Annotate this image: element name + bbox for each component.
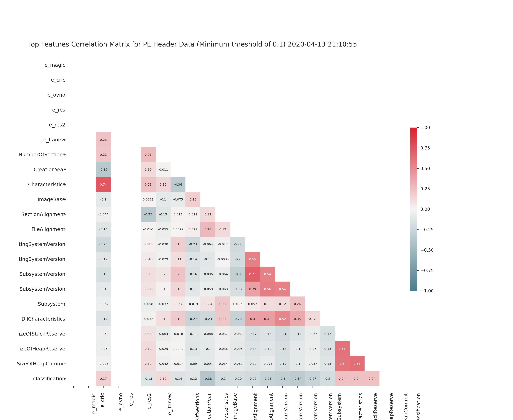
heatmap-cell: 0.0049 xyxy=(170,341,185,356)
cell-value: 0.21 xyxy=(215,302,230,306)
x-tick-label: StackReserve xyxy=(372,393,378,420)
heatmap-cell: 0.013 xyxy=(170,207,185,222)
heatmap-cell: 0.56 xyxy=(260,282,275,296)
cell-value: -0.13 xyxy=(320,362,335,366)
y-tick-label: e_lfanew xyxy=(43,137,65,143)
heatmap-cell: 0.22 xyxy=(96,147,111,162)
x-tick-label: fHeapReserve xyxy=(388,393,394,420)
heatmap-cell: 0.28 xyxy=(200,222,215,237)
heatmap-cell: -0.052 xyxy=(96,326,111,341)
cell-value: -0.38 xyxy=(200,377,215,381)
heatmap-cell: -0.064 xyxy=(200,237,215,252)
heatmap-cell: -0.075 xyxy=(170,192,185,207)
heatmap-cell: -0.1 xyxy=(96,192,111,207)
heatmap-cell: -0.097 xyxy=(200,356,215,371)
cell-value: 0.019 xyxy=(156,287,170,291)
heatmap-cell: 0.54 xyxy=(275,282,290,296)
figure: Top Features Correlation Matrix for PE H… xyxy=(0,0,513,420)
cell-value: 0.084 xyxy=(200,302,215,306)
cell-value: 0.41 xyxy=(260,317,275,321)
heatmap-cell: 0.0071 xyxy=(141,192,156,207)
heatmap-cell: -0.14 xyxy=(245,341,260,356)
colorbar-tick xyxy=(417,250,419,250)
heatmap-cell: 0.4 xyxy=(245,311,260,326)
cell-value: -0.052 xyxy=(96,332,111,336)
x-tick-label: classification xyxy=(416,393,421,420)
heatmap-cell: -0.13 xyxy=(185,341,200,356)
heatmap-cell: -0.11 xyxy=(200,252,215,267)
heatmap-cell: -0.27 xyxy=(305,371,320,386)
cell-value: 0.12 xyxy=(141,362,156,366)
heatmap-cell: -0.14 xyxy=(260,326,275,341)
heatmap-cell: -0.27 xyxy=(185,311,200,326)
y-tick xyxy=(64,304,66,304)
cell-value: 0.1 xyxy=(141,272,156,276)
x-tick xyxy=(223,386,223,388)
heatmap-cell: -0.11 xyxy=(185,282,200,296)
heatmap-cell: -0.037 xyxy=(215,326,230,341)
cell-value: -0.13 xyxy=(96,227,111,231)
cell-value: 0.54 xyxy=(260,272,275,276)
x-tick xyxy=(342,386,342,388)
heatmap-cell: -0.037 xyxy=(156,296,170,311)
cell-value: -0.14 xyxy=(245,347,260,351)
heatmap-cell: 0.17 xyxy=(96,371,111,386)
cell-value: 0.35 xyxy=(290,317,305,321)
cell-value: -0.036 xyxy=(215,347,230,351)
cell-value: -0.11 xyxy=(185,287,200,291)
cell-value: 0.011 xyxy=(185,212,200,216)
cell-value: 0.048 xyxy=(141,257,156,261)
heatmap-cell: -0.082 xyxy=(230,356,245,371)
heatmap-cell: -0.13 xyxy=(96,222,111,237)
cell-value: 0.052 xyxy=(245,302,260,306)
heatmap-cell: -0.06 xyxy=(96,341,111,356)
x-tick-label: ystemVersion xyxy=(298,393,304,420)
cell-value: 0.21 xyxy=(215,317,230,321)
cell-value: -0.019 xyxy=(185,302,200,306)
colorbar-tick-label: 0.25 xyxy=(420,186,430,191)
cell-value: 0.013 xyxy=(170,212,185,216)
cell-value: 0.12 xyxy=(141,168,156,172)
cell-value: -0.22 xyxy=(230,242,245,246)
x-tick xyxy=(148,386,148,388)
x-tick-label: ImageBase xyxy=(232,393,238,420)
cell-value: -0.13 xyxy=(185,347,200,351)
x-tick-label: e_res xyxy=(128,393,134,406)
x-tick xyxy=(282,386,283,388)
y-tick-label: izeOfStackReserve xyxy=(19,331,65,337)
cell-value: -0.1 xyxy=(290,347,305,351)
heatmap-cell: 0.029 xyxy=(185,222,200,237)
cell-value: 0.15 xyxy=(170,287,185,291)
cell-value: 0.39 xyxy=(245,287,260,291)
heatmap-cell: -0.2 xyxy=(320,371,335,386)
cell-value: -0.1 xyxy=(156,198,170,201)
heatmap-cell: -0.064 xyxy=(156,326,170,341)
cell-value: -0.13 xyxy=(141,377,156,381)
colorbar-tick-label: −0.75 xyxy=(420,268,434,273)
cell-value: 0.029 xyxy=(185,227,200,231)
cell-value: -0.34 xyxy=(290,377,305,381)
heatmap-cell: -0.06 xyxy=(305,341,320,356)
cell-value: -0.11 xyxy=(200,257,215,261)
heatmap-cell: -0.14 xyxy=(290,326,305,341)
heatmap-cell: -0.28 xyxy=(230,311,245,326)
cell-value: -0.042 xyxy=(156,362,170,366)
heatmap-cell: 0.54 xyxy=(260,267,275,282)
heatmap-cell: -0.18 xyxy=(230,282,245,296)
cell-value: -0.18 xyxy=(275,347,290,351)
heatmap-cell: -0.3 xyxy=(275,371,290,386)
cell-value: -0.068 xyxy=(215,287,230,291)
heatmap-cell: 0.15 xyxy=(156,177,170,192)
y-tick-label: FileAlignment xyxy=(32,226,66,232)
colorbar-tick xyxy=(417,148,419,148)
y-tick xyxy=(64,259,66,259)
y-tick-label: Characteristics xyxy=(28,181,65,188)
y-tick xyxy=(64,125,66,125)
x-tick-label: FileAlignment xyxy=(268,393,274,420)
cell-value: -0.073 xyxy=(260,362,275,366)
cell-value: -0.1 xyxy=(200,347,215,351)
cell-value: -0.35 xyxy=(141,212,156,216)
colorbar-tick-label: −0.50 xyxy=(420,248,434,253)
y-tick-label: e_crlc xyxy=(51,77,65,83)
heatmap-cell: -0.11 xyxy=(185,326,200,341)
